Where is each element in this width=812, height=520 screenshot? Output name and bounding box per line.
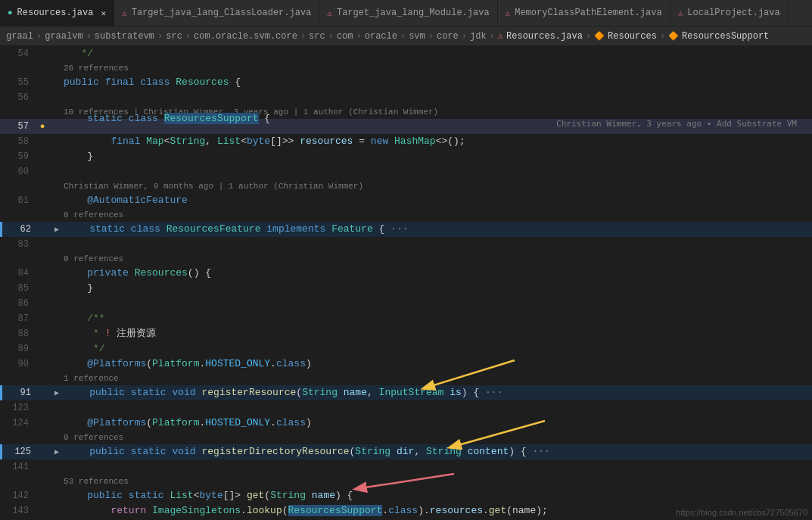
line-91: 91 ▶ public static void registerResource… — [0, 385, 812, 400]
line-83: 83 — [0, 237, 812, 252]
code-content: 54 */ 54 26 references 55 public final c… — [0, 46, 812, 520]
line-57: 57 ● static class ResourcesSupport { Chr… — [0, 119, 812, 134]
code-area: 54 */ 54 26 references 55 public final c… — [0, 46, 812, 520]
line-ref-53: 141 53 references — [0, 475, 812, 488]
line-90: 90 @Platforms(Platform.HOSTED_ONLY.class… — [0, 357, 812, 372]
watermark: https://blog.csdn.net/cbs727505670 — [676, 508, 807, 517]
tab-label: Target_java_lang_Module.java — [337, 8, 490, 18]
tab-classloader[interactable]: ⚠ Target_java_lang_ClassLoader.java — [114, 0, 319, 26]
line-58: 58 final Map<String, List<byte[]>> resou… — [0, 134, 812, 149]
tab-error-icon: ⚠ — [122, 8, 127, 18]
line-ref-9mo: 60 Christian Wimmer, 9 months ago | 1 au… — [0, 179, 812, 193]
line-141: 141 — [0, 459, 812, 475]
bc-svm[interactable]: svm — [409, 31, 425, 42]
close-icon[interactable]: ✕ — [101, 8, 106, 18]
tab-error-icon: ⚠ — [327, 8, 332, 18]
line-ref-26: 54 26 references — [0, 61, 812, 75]
bc-resources-file[interactable]: Resources.java — [506, 31, 583, 42]
bc-resources-class[interactable]: Resources — [608, 31, 657, 42]
bc-com-oracle[interactable]: com.oracle.svm.core — [194, 31, 297, 42]
bc-error-icon: ⚠ — [498, 30, 503, 42]
line-61: 61 @AutomaticFeature — [0, 193, 812, 208]
line-86: 86 — [0, 296, 812, 311]
bc-graal[interactable]: graal — [6, 31, 33, 42]
tab-localproject[interactable]: ⚠ LocalProject.java — [670, 0, 789, 26]
tab-bar: ● Resources.java ✕ ⚠ Target_java_lang_Cl… — [0, 0, 812, 26]
line-84: 84 private Resources() { — [0, 266, 812, 281]
bc-class-icon2: 🔶 — [668, 31, 679, 41]
line-ref-0a: 61 0 references — [0, 208, 812, 222]
tab-resources-java[interactable]: ● Resources.java ✕ — [0, 0, 114, 26]
line-85: 85 } — [0, 281, 812, 296]
bc-core[interactable]: core — [437, 31, 459, 42]
line-88: 88 * ! 注册资源 — [0, 326, 812, 341]
line-87: 87 /** — [0, 311, 812, 326]
line-ref-0b: 83 0 references — [0, 252, 812, 266]
line-56: 56 — [0, 90, 812, 105]
bc-graalvm[interactable]: graalvm — [45, 31, 82, 42]
bc-src2[interactable]: src — [309, 31, 325, 42]
line-ref-1a: 90 1 reference — [0, 372, 812, 385]
line-55: 55 public final class Resources { — [0, 75, 812, 90]
tab-error-icon: ⚠ — [678, 8, 683, 18]
tab-label: MemoryClassPathElement.java — [515, 8, 661, 18]
bc-substratevm[interactable]: substratevm — [95, 31, 154, 42]
bc-src1[interactable]: src — [166, 31, 182, 42]
line-ref-0c: 124 0 references — [0, 431, 812, 444]
line-59: 59 } — [0, 149, 812, 164]
line-125: 125 ▶ public static void registerDirecto… — [0, 444, 812, 459]
tab-file-icon: ● — [8, 8, 13, 17]
line-89: 89 */ — [0, 341, 812, 357]
tab-module[interactable]: ⚠ Target_java_lang_Module.java — [319, 0, 497, 26]
breadcrumb: graal › graalvm › substratevm › src › co… — [0, 26, 812, 46]
tab-memoryclasspath[interactable]: ⚠ MemoryClassPathElement.java — [498, 0, 670, 26]
line-54: 54 */ — [0, 46, 812, 61]
tab-label: LocalProject.java — [687, 8, 779, 18]
line-142: 142 public static List<byte[]> get(Strin… — [0, 488, 812, 503]
line-60: 60 — [0, 164, 812, 179]
tab-error-icon: ⚠ — [506, 8, 511, 18]
line-62: 62 ▶ static class ResourcesFeature imple… — [0, 222, 812, 237]
tab-label: Resources.java — [17, 8, 94, 18]
bc-oracle[interactable]: oracle — [365, 31, 397, 42]
bc-com[interactable]: com — [337, 31, 353, 42]
bc-resourcessupport[interactable]: ResourcesSupport — [682, 31, 769, 42]
tab-label: Target_java_lang_ClassLoader.java — [132, 8, 312, 18]
bc-class-icon: 🔶 — [594, 31, 605, 41]
line-123: 123 — [0, 400, 812, 416]
line-124: 124 @Platforms(Platform.HOSTED_ONLY.clas… — [0, 416, 812, 431]
bc-jdk[interactable]: jdk — [470, 31, 487, 42]
git-blame: Christian Wimmer, 3 years ago • Add Subs… — [556, 119, 797, 129]
